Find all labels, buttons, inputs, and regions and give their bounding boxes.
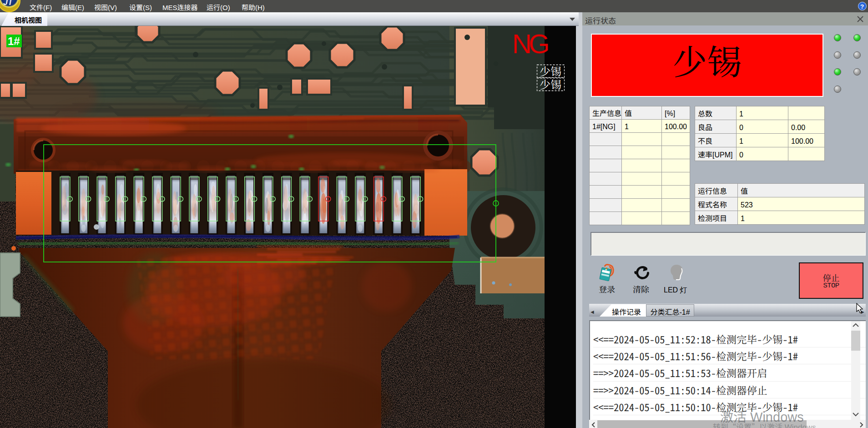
svg-text:JT: JT bbox=[3, 0, 14, 7]
svg-text:NG: NG bbox=[512, 29, 549, 59]
svg-text:少锡: 少锡 bbox=[540, 76, 561, 92]
svg-text:?: ? bbox=[860, 3, 864, 10]
svg-text:1#: 1# bbox=[8, 35, 20, 47]
